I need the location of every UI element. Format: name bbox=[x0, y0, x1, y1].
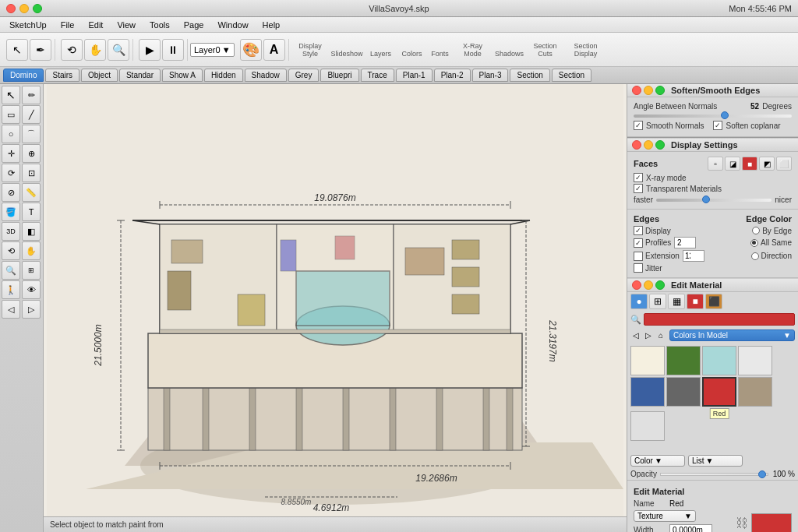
minimize-button[interactable] bbox=[19, 4, 29, 13]
profiles-checkbox[interactable] bbox=[634, 238, 643, 248]
face-icon-1[interactable]: ▫ bbox=[708, 157, 723, 171]
tool-text[interactable]: T bbox=[22, 203, 41, 221]
tool-rotate[interactable]: ⟳ bbox=[2, 164, 20, 182]
swatch-light-gray[interactable] bbox=[630, 411, 665, 441]
tab-grey[interactable]: Grey bbox=[288, 69, 320, 82]
tab-stairs[interactable]: Stairs bbox=[45, 69, 79, 82]
material-zoom-button[interactable] bbox=[655, 280, 665, 290]
soften-min-button[interactable] bbox=[644, 86, 653, 95]
display-min-button[interactable] bbox=[644, 140, 653, 150]
tool-orbit[interactable]: ⟲ bbox=[2, 241, 20, 260]
menu-sketchup[interactable]: SketchUp bbox=[3, 19, 53, 31]
maximize-button[interactable] bbox=[33, 4, 42, 13]
extension-checkbox[interactable] bbox=[634, 252, 643, 261]
layer-dropdown[interactable]: Layer0 ▼ bbox=[190, 43, 235, 57]
tab-standar[interactable]: Standar bbox=[119, 69, 161, 82]
toolbar-orbit[interactable]: ⟲ bbox=[61, 39, 83, 61]
toolbar-select[interactable]: ↖ bbox=[6, 39, 28, 61]
font-icon[interactable]: A bbox=[263, 39, 285, 61]
face-icon-3[interactable]: ■ bbox=[742, 157, 757, 171]
swatch-cream[interactable] bbox=[630, 346, 665, 375]
menu-window[interactable]: Window bbox=[211, 19, 254, 31]
tab-domino[interactable]: Domino bbox=[3, 69, 44, 82]
swatch-scrollbar[interactable] bbox=[738, 346, 772, 375]
smooth-normals-checkbox[interactable] bbox=[634, 121, 643, 130]
swatch-blue[interactable] bbox=[630, 377, 665, 407]
direction-radio[interactable] bbox=[751, 252, 759, 260]
tab-section1[interactable]: Section bbox=[510, 69, 549, 82]
tool-circle[interactable]: ○ bbox=[2, 125, 20, 143]
tool-eraser[interactable]: ✏ bbox=[22, 86, 41, 104]
toolbar-paint[interactable]: ✒ bbox=[30, 39, 51, 61]
all-same-radio[interactable] bbox=[750, 239, 758, 247]
toolbar-zoom[interactable]: 🔍 bbox=[108, 39, 129, 61]
material-close-button[interactable] bbox=[632, 280, 641, 290]
menu-tools[interactable]: Tools bbox=[143, 19, 176, 31]
tab-plan2[interactable]: Plan-2 bbox=[434, 69, 471, 82]
tab-plan3[interactable]: Plan-3 bbox=[472, 69, 509, 82]
tool-zoom-ext[interactable]: ⊞ bbox=[22, 261, 41, 280]
display-zoom-button[interactable] bbox=[655, 140, 665, 150]
quality-slider[interactable] bbox=[656, 199, 772, 202]
soften-close-button[interactable] bbox=[632, 86, 641, 95]
viewport-canvas[interactable]: 19.0876m 21.3197m 21.5000m 19.2686m 4.69… bbox=[44, 84, 627, 532]
angle-slider[interactable] bbox=[634, 115, 792, 118]
menu-edit[interactable]: Edit bbox=[82, 19, 109, 31]
tool-move[interactable]: ✛ bbox=[2, 144, 20, 163]
face-icon-2[interactable]: ◪ bbox=[725, 157, 740, 171]
toolbar-pan[interactable]: ✋ bbox=[84, 39, 106, 61]
menu-help[interactable]: Help bbox=[256, 19, 287, 31]
tool-paint[interactable]: 🪣 bbox=[2, 203, 20, 221]
transparent-checkbox[interactable] bbox=[634, 184, 643, 193]
tab-plan1[interactable]: Plan-1 bbox=[396, 69, 433, 82]
mat-icon-3[interactable]: ▦ bbox=[668, 294, 685, 309]
soften-coplanar-checkbox[interactable] bbox=[713, 121, 722, 130]
list-view-dropdown[interactable]: List ▼ bbox=[688, 455, 743, 467]
menu-view[interactable]: View bbox=[111, 19, 142, 31]
by-edge-radio[interactable] bbox=[752, 227, 760, 234]
tool-arc[interactable]: ⌒ bbox=[22, 125, 41, 143]
swatch-red[interactable]: Red bbox=[702, 377, 736, 407]
material-min-button[interactable] bbox=[644, 280, 653, 290]
toolbar-play[interactable]: ▶ bbox=[139, 39, 161, 61]
swatch-green[interactable] bbox=[666, 346, 701, 375]
face-icon-4[interactable]: ◩ bbox=[759, 157, 775, 171]
tool-look[interactable]: 👁 bbox=[22, 280, 41, 299]
close-button[interactable] bbox=[6, 4, 16, 13]
xray-checkbox[interactable] bbox=[634, 173, 643, 182]
toolbar-pause[interactable]: ⏸ bbox=[162, 39, 184, 61]
mat-icon-4[interactable]: ■ bbox=[687, 294, 704, 309]
tool-tape[interactable]: 📏 bbox=[22, 183, 41, 202]
tab-object[interactable]: Object bbox=[81, 69, 118, 82]
nav-home[interactable]: ⌂ bbox=[655, 330, 666, 341]
tool-3d-text[interactable]: 3D bbox=[2, 222, 20, 241]
tool-push[interactable]: ⊕ bbox=[22, 144, 41, 163]
display-close-button[interactable] bbox=[632, 140, 641, 150]
tool-prev[interactable]: ◁ bbox=[2, 300, 20, 319]
mat-icon-2[interactable]: ⊞ bbox=[649, 294, 666, 309]
width-field[interactable] bbox=[669, 524, 712, 532]
tool-select[interactable]: ↖ bbox=[2, 86, 20, 104]
color-type-dropdown[interactable]: Color ▼ bbox=[630, 455, 685, 467]
menu-page[interactable]: Page bbox=[178, 19, 210, 31]
tab-show-a[interactable]: Show A bbox=[162, 69, 203, 82]
tool-walk[interactable]: 🚶 bbox=[2, 280, 20, 299]
menu-file[interactable]: File bbox=[55, 19, 81, 31]
tool-zoom[interactable]: 🔍 bbox=[2, 261, 20, 280]
mat-icon-5[interactable]: ⬛ bbox=[705, 294, 722, 309]
search-input[interactable] bbox=[644, 313, 795, 326]
tool-next[interactable]: ▷ bbox=[22, 300, 41, 319]
swatch-tan[interactable] bbox=[738, 377, 772, 407]
nav-back[interactable]: ◁ bbox=[630, 330, 641, 341]
swatch-light-blue[interactable] bbox=[702, 346, 736, 375]
tab-hidden[interactable]: Hidden bbox=[204, 69, 243, 82]
tool-scale[interactable]: ⊡ bbox=[22, 164, 41, 182]
tab-trace[interactable]: Trace bbox=[361, 69, 394, 82]
mat-icon-1[interactable]: ● bbox=[630, 294, 648, 309]
extension-value[interactable] bbox=[683, 250, 704, 262]
profiles-value[interactable] bbox=[674, 237, 696, 248]
tool-line[interactable]: ╱ bbox=[22, 105, 41, 124]
opacity-slider[interactable] bbox=[660, 473, 768, 476]
tab-shadow[interactable]: Shadow bbox=[245, 69, 287, 82]
jitter-checkbox[interactable] bbox=[634, 263, 643, 273]
